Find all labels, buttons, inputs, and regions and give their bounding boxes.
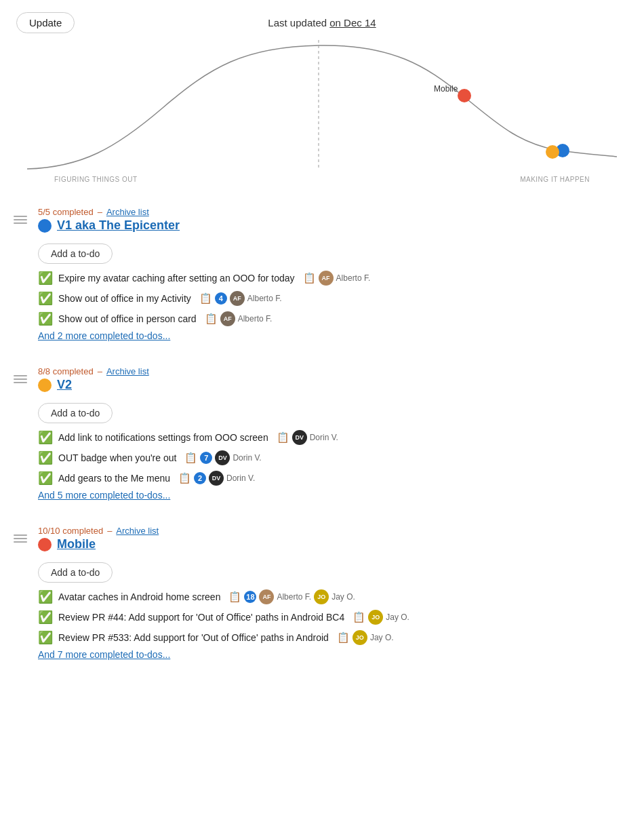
- completed-label-v2: 8/8 completed: [38, 366, 94, 376]
- milestone-name-row-v1: V1 aka The Epicenter: [38, 218, 180, 233]
- todo-badge: 7: [200, 452, 212, 464]
- todo-item: ✅Add link to notifications settings from…: [38, 430, 630, 445]
- todo-checkbox[interactable]: ✅: [38, 311, 53, 326]
- todo-text: Add gears to the Me menu: [58, 473, 170, 484]
- drag-handle-v2[interactable]: [14, 375, 27, 383]
- todo-text: Avatar caches in Android home screen: [58, 591, 220, 602]
- doc-icon[interactable]: 📋: [228, 591, 241, 603]
- assignee-name: Dorin V.: [233, 453, 261, 463]
- todo-badge: 2: [194, 472, 206, 484]
- milestone-name-row-v2: V2: [38, 378, 149, 392]
- todo-item: ✅Avatar caches in Android home screen📋18…: [38, 589, 630, 604]
- more-todos-link-v1[interactable]: And 2 more completed to-dos...: [38, 330, 184, 341]
- todo-text: Show out of office in my Activity: [58, 293, 191, 304]
- assignee-avatar[interactable]: JO: [368, 610, 383, 625]
- todo-list-mobile: ✅Avatar caches in Android home screen📋18…: [0, 589, 644, 645]
- milestones-container: 5/5 completed – Archive listV1 aka The E…: [0, 196, 644, 695]
- drag-handle-v1[interactable]: [14, 216, 27, 224]
- update-button[interactable]: Update: [16, 12, 75, 33]
- todo-checkbox[interactable]: ✅: [38, 589, 53, 604]
- todo-checkbox[interactable]: ✅: [38, 450, 53, 465]
- todo-meta: 📋DVDorin V.: [277, 430, 338, 445]
- doc-icon[interactable]: 📋: [277, 431, 289, 444]
- milestone-name-row-mobile: Mobile: [38, 537, 159, 551]
- todo-checkbox[interactable]: ✅: [38, 630, 53, 645]
- completed-label-v1: 5/5 completed: [38, 207, 94, 217]
- header: Update Last updated on Dec 14: [0, 0, 644, 40]
- assignee-avatar[interactable]: DV: [215, 450, 230, 465]
- milestone-completed-v1: 5/5 completed – Archive list: [38, 207, 180, 217]
- add-todo-button-v2[interactable]: Add a to-do: [38, 403, 113, 423]
- mobile-dot: [458, 89, 471, 102]
- assignee-avatar[interactable]: DV: [209, 471, 224, 486]
- todo-badge: 4: [215, 292, 227, 305]
- milestone-section-v2: 8/8 completed – Archive listV2Add a to-d…: [0, 362, 644, 501]
- assignee-name: Dorin V.: [310, 433, 338, 442]
- todo-badge: 18: [244, 591, 256, 603]
- assignee-name: Jay O.: [386, 612, 409, 622]
- assignee-name: Jay O.: [331, 592, 355, 602]
- last-updated-link[interactable]: on Dec 14: [329, 17, 376, 28]
- assignee-avatar[interactable]: AF: [259, 589, 274, 604]
- milestone-header-mobile: 10/10 completed – Archive listMobile: [0, 522, 644, 556]
- drag-handle-mobile[interactable]: [14, 534, 27, 543]
- doc-icon[interactable]: 📋: [184, 452, 197, 464]
- assignee-name: Alberto F.: [247, 294, 282, 303]
- assignee-avatar[interactable]: JO: [353, 630, 367, 645]
- milestone-completed-v2: 8/8 completed – Archive list: [38, 366, 149, 376]
- doc-icon[interactable]: 📋: [199, 292, 212, 305]
- todo-checkbox[interactable]: ✅: [38, 610, 53, 625]
- chart-right-label: MAKING IT HAPPEN: [520, 176, 590, 183]
- todo-item: ✅Review PR #533: Add support for 'Out of…: [38, 630, 630, 645]
- todo-text: Expire my avatar caching after setting a…: [58, 273, 295, 284]
- assignee-name: Alberto F.: [277, 592, 311, 602]
- todo-meta: 📋7DVDorin V.: [184, 450, 261, 465]
- milestone-title-col-v1: 5/5 completed – Archive listV1 aka The E…: [38, 207, 180, 233]
- milestone-name-v1[interactable]: V1 aka The Epicenter: [57, 218, 180, 233]
- milestone-title-col-mobile: 10/10 completed – Archive listMobile: [38, 526, 159, 551]
- todo-item: ✅Review PR #44: Add support for 'Out of …: [38, 610, 630, 625]
- todo-text: Review PR #533: Add support for 'Out of …: [58, 632, 329, 643]
- assignee-avatar[interactable]: AF: [319, 271, 334, 286]
- completed-label-mobile: 10/10 completed: [38, 526, 103, 536]
- assignee-avatar[interactable]: DV: [292, 430, 307, 445]
- v2-dot: [546, 145, 559, 159]
- doc-icon[interactable]: 📋: [303, 272, 316, 284]
- todo-checkbox[interactable]: ✅: [38, 471, 53, 486]
- assignee-avatar[interactable]: AF: [220, 311, 235, 326]
- assignee-avatar[interactable]: JO: [314, 589, 329, 604]
- doc-icon[interactable]: 📋: [205, 313, 218, 325]
- todo-meta: 📋4AFAlberto F.: [199, 291, 282, 306]
- milestone-dot-v1: [38, 219, 52, 233]
- add-todo-button-mobile[interactable]: Add a to-do: [38, 562, 113, 583]
- doc-icon[interactable]: 📋: [353, 611, 365, 623]
- todo-checkbox[interactable]: ✅: [38, 271, 53, 286]
- last-updated-text: Last updated on Dec 14: [268, 17, 376, 28]
- archive-link-mobile[interactable]: Archive list: [116, 526, 159, 536]
- milestone-name-mobile[interactable]: Mobile: [57, 537, 96, 551]
- milestone-completed-mobile: 10/10 completed – Archive list: [38, 526, 159, 536]
- trend-chart: Mobile V2 V1 aka The Epicenter: [27, 40, 617, 176]
- todo-item: ✅Expire my avatar caching after setting …: [38, 271, 630, 286]
- milestone-header-v1: 5/5 completed – Archive listV1 aka The E…: [0, 203, 644, 237]
- assignee-name: Jay O.: [370, 633, 394, 642]
- milestone-section-v1: 5/5 completed – Archive listV1 aka The E…: [0, 203, 644, 342]
- todo-checkbox[interactable]: ✅: [38, 291, 53, 306]
- archive-link-v1[interactable]: Archive list: [106, 207, 149, 217]
- assignee-avatar[interactable]: AF: [230, 291, 245, 306]
- todo-item: ✅Show out of office in my Activity📋4AFAl…: [38, 291, 630, 306]
- todo-meta: 📋AFAlberto F.: [303, 271, 371, 286]
- todo-checkbox[interactable]: ✅: [38, 430, 53, 445]
- doc-icon[interactable]: 📋: [178, 472, 191, 484]
- milestone-dot-v2: [38, 378, 52, 392]
- milestone-section-mobile: 10/10 completed – Archive listMobileAdd …: [0, 522, 644, 661]
- add-todo-button-v1[interactable]: Add a to-do: [38, 244, 113, 264]
- todo-text: Add link to notifications settings from …: [58, 432, 268, 443]
- more-todos-link-mobile[interactable]: And 7 more completed to-dos...: [38, 649, 184, 660]
- milestone-dot-mobile: [38, 538, 52, 551]
- archive-link-v2[interactable]: Archive list: [106, 366, 149, 376]
- more-todos-link-v2[interactable]: And 5 more completed to-dos...: [38, 490, 184, 501]
- todo-meta: 📋AFAlberto F.: [205, 311, 273, 326]
- doc-icon[interactable]: 📋: [337, 631, 350, 644]
- milestone-name-v2[interactable]: V2: [57, 378, 72, 392]
